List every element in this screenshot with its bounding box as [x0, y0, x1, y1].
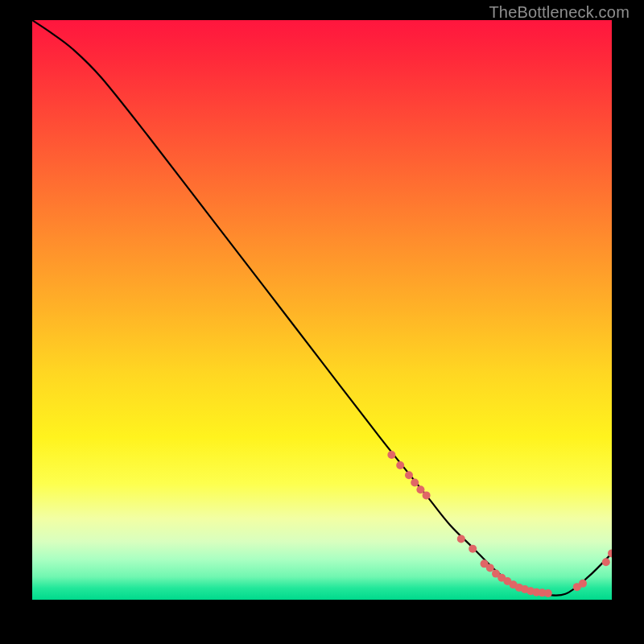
plot-area — [32, 20, 612, 600]
attribution-label: TheBottleneck.com — [489, 3, 630, 22]
chart-stage: TheBottleneck.com — [0, 0, 644, 644]
curve-markers — [387, 451, 612, 597]
marker-dot — [579, 580, 587, 588]
chart-svg — [32, 20, 612, 600]
marker-dot — [602, 558, 610, 566]
marker-dot — [411, 479, 419, 487]
marker-dot — [469, 545, 477, 553]
curve-line — [32, 20, 612, 596]
marker-dot — [423, 491, 431, 499]
marker-dot — [387, 451, 395, 459]
marker-dot — [416, 485, 424, 493]
marker-dot — [544, 589, 552, 597]
marker-dot — [457, 535, 465, 543]
marker-dot — [405, 471, 413, 479]
marker-dot — [396, 461, 404, 469]
marker-dot — [486, 564, 494, 572]
